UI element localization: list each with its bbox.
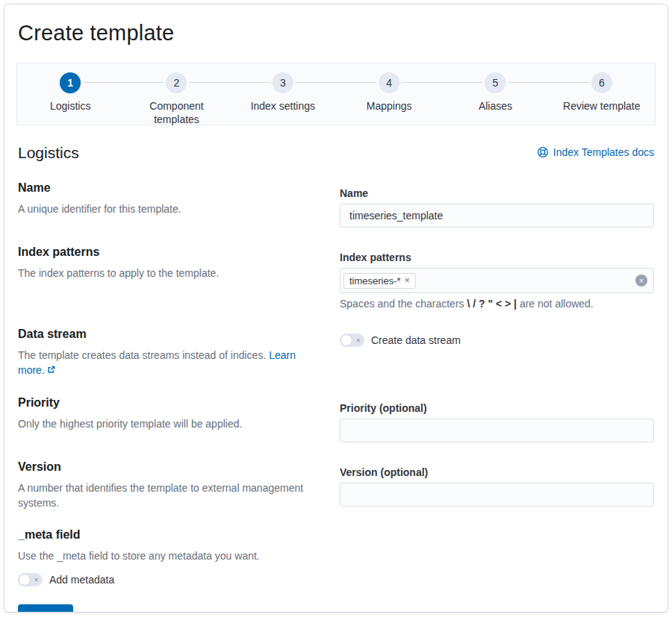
step-label: Component templates <box>123 99 229 127</box>
version-input[interactable] <box>340 483 654 507</box>
index-patterns-combobox[interactable]: timeseries-* × × <box>340 268 654 293</box>
step-label: Review template <box>554 99 650 113</box>
step-component-templates[interactable]: 2 Component templates <box>123 63 229 127</box>
create-data-stream-label: Create data stream <box>371 334 461 346</box>
disallowed-characters: \ / ? " < > | <box>467 298 517 310</box>
data-stream-row-description: The template creates data streams instea… <box>18 348 325 378</box>
toggle-off-icon: × <box>34 576 39 584</box>
toggle-off-icon: × <box>356 336 361 345</box>
index-patterns-help-text: Spaces and the characters \ / ? " < > | … <box>340 298 654 310</box>
remove-index-pattern-icon[interactable]: × <box>405 276 410 285</box>
index-patterns-field-label: Index patterns <box>340 251 654 263</box>
name-form-row: Name A unique identifier for this templa… <box>18 181 654 228</box>
name-field-label: Name <box>340 187 654 199</box>
help-docs-icon <box>537 146 549 158</box>
priority-input[interactable] <box>340 419 654 442</box>
add-metadata-label: Add metadata <box>49 574 114 586</box>
toggle-knob <box>340 334 352 346</box>
version-field-label: Version (optional) <box>340 466 654 478</box>
priority-row-title: Priority <box>18 396 325 410</box>
data-stream-row-title: Data stream <box>18 328 325 341</box>
data-stream-form-row: Data stream The template creates data st… <box>18 328 654 378</box>
index-pattern-pill-value: timeseries-* <box>349 275 401 286</box>
clear-combobox-icon[interactable]: × <box>635 275 647 286</box>
index-patterns-row-title: Index patterns <box>18 245 325 259</box>
step-number-badge: 1 <box>60 72 81 93</box>
step-aliases[interactable]: 5 Aliases <box>442 63 548 113</box>
step-number-badge: 6 <box>591 72 612 93</box>
meta-row-title: _meta field <box>18 528 325 542</box>
step-number-badge: 2 <box>166 72 187 93</box>
name-input[interactable] <box>340 204 654 228</box>
step-label: Index settings <box>242 99 324 113</box>
priority-form-row: Priority Only the highest priority templ… <box>18 396 654 442</box>
step-logistics[interactable]: 1 Logistics <box>17 63 123 113</box>
toggle-knob <box>19 574 31 586</box>
add-metadata-toggle[interactable]: × <box>18 573 43 586</box>
step-mappings[interactable]: 4 Mappings <box>336 63 442 113</box>
step-review-template[interactable]: 6 Review template <box>549 63 655 113</box>
version-form-row: Version A number that identifies the tem… <box>18 460 654 511</box>
page-title: Create template <box>18 21 656 46</box>
index-patterns-row-description: The index patterns to apply to the templ… <box>18 266 325 281</box>
docs-link-label: Index Templates docs <box>553 146 654 158</box>
step-label: Logistics <box>41 99 99 113</box>
step-indicator: 1 Logistics 2 Component templates 3 Inde… <box>16 63 656 125</box>
meta-form-row: _meta field Use the _meta field to store… <box>18 528 654 586</box>
step-index-settings[interactable]: 3 Index settings <box>230 63 336 113</box>
section-title: Logistics <box>18 144 79 162</box>
external-link-icon <box>47 363 55 378</box>
step-label: Mappings <box>358 99 421 113</box>
create-template-panel: Create template 1 Logistics 2 Component … <box>4 4 668 613</box>
priority-field-label: Priority (optional) <box>340 402 654 414</box>
version-row-description: A number that identifies the template to… <box>18 480 325 511</box>
index-patterns-form-row: Index patterns The index patterns to app… <box>18 245 654 310</box>
next-button-label: Next <box>28 610 49 613</box>
index-pattern-pill: timeseries-* × <box>343 273 416 289</box>
create-data-stream-toggle[interactable]: × <box>340 333 364 347</box>
step-label: Aliases <box>470 99 521 113</box>
step-number-badge: 5 <box>485 72 505 93</box>
version-row-title: Version <box>18 460 325 474</box>
next-button[interactable]: Next <box>18 604 73 613</box>
meta-row-description: Use the _meta field to store any metadat… <box>18 548 325 563</box>
index-templates-docs-link[interactable]: Index Templates docs <box>537 146 654 158</box>
priority-row-description: Only the highest priority template will … <box>18 416 325 431</box>
step-number-badge: 4 <box>379 72 399 93</box>
name-row-description: A unique identifier for this template. <box>18 201 325 216</box>
name-row-title: Name <box>18 181 325 195</box>
step-number-badge: 3 <box>273 72 293 93</box>
